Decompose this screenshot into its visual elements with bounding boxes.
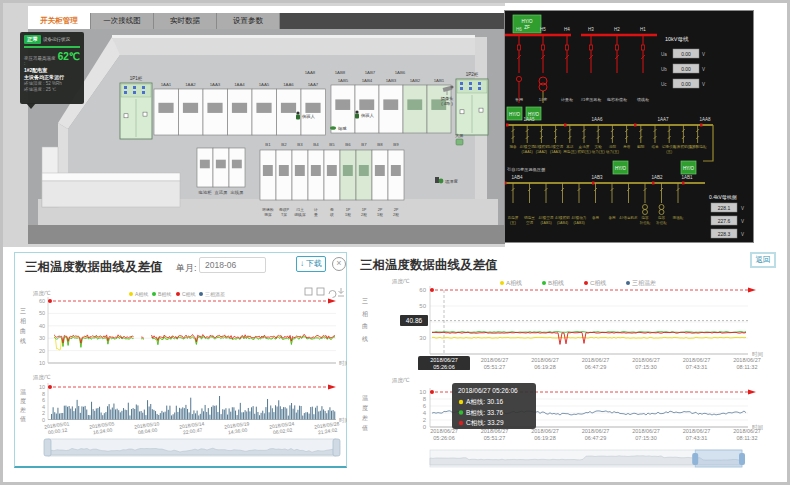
- cabinet[interactable]: [154, 89, 179, 135]
- datazoom-handle-left[interactable]: [44, 439, 51, 456]
- svg-text:228.1: 228.1: [718, 205, 731, 211]
- datazoom-slider[interactable]: [430, 450, 745, 467]
- svg-text:4: 4: [423, 410, 427, 416]
- cabinet[interactable]: [203, 89, 228, 135]
- cabinet[interactable]: [228, 89, 253, 135]
- cabinet[interactable]: [260, 150, 276, 200]
- svg-text:直流屏: 直流屏: [579, 144, 590, 149]
- tab-4[interactable]: 设置参数: [217, 13, 280, 29]
- svg-text:0.00: 0.00: [681, 51, 691, 57]
- svg-text:#1主: #1主: [296, 207, 304, 212]
- svg-text:B9: B9: [393, 142, 399, 147]
- svg-text:1AB5: 1AB5: [338, 78, 349, 83]
- transformer-temp-label: 变压器最高温度 :: [24, 56, 56, 66]
- svg-text:2018/06/27: 2018/06/27: [632, 357, 660, 363]
- svg-text:1AA6: 1AA6: [591, 117, 603, 122]
- svg-text:2018/06/27 05:26:06: 2018/06/27 05:26:06: [458, 387, 518, 394]
- svg-text:V: V: [702, 52, 705, 57]
- svg-text:C相线: 33.29: C相线: 33.29: [466, 419, 504, 427]
- svg-text:温度/℃: 温度/℃: [33, 374, 51, 381]
- svg-text:2P: 2P: [378, 208, 383, 212]
- cabinet[interactable]: [324, 150, 340, 200]
- svg-text:8: 8: [423, 396, 427, 402]
- svg-text:(1AA3): (1AA3): [550, 150, 561, 154]
- svg-text:计: 计: [314, 207, 318, 212]
- svg-text:0.4kV母线侧: 0.4kV母线侧: [709, 194, 737, 201]
- svg-text:2018/06/27: 2018/06/27: [531, 428, 559, 434]
- svg-text:烟感: 烟感: [338, 126, 347, 131]
- svg-text:4#楼动力: 4#楼动力: [572, 215, 587, 220]
- cabinet[interactable]: [356, 150, 372, 200]
- svg-text:进线屏: 进线屏: [294, 212, 306, 217]
- svg-text:2: 2: [42, 410, 45, 416]
- cabinet[interactable]: [252, 89, 277, 135]
- chart-toolbox-icons[interactable]: [305, 288, 344, 298]
- svg-text:1AA3: 1AA3: [210, 82, 221, 87]
- svg-text:抽备: 抽备: [509, 144, 517, 149]
- svg-text:50: 50: [39, 310, 45, 316]
- cabinet[interactable]: [179, 89, 204, 135]
- tab-2[interactable]: 一次接线图: [91, 13, 154, 29]
- svg-text:V: V: [741, 232, 744, 237]
- svg-text:温湿度: 温湿度: [445, 179, 459, 184]
- svg-text:20: 20: [39, 348, 45, 354]
- cabinet[interactable]: [308, 150, 324, 200]
- svg-text:8: 8: [42, 391, 45, 397]
- tab-3[interactable]: 实时数据: [154, 13, 217, 29]
- svg-text:1AA7: 1AA7: [657, 117, 669, 122]
- svg-text:07:43:31: 07:43:31: [686, 364, 707, 370]
- svg-text:V: V: [702, 82, 705, 87]
- datazoom-handle-right[interactable]: [739, 453, 745, 465]
- svg-text:本部: 本部: [566, 144, 574, 149]
- svg-text:07:15:30: 07:15:30: [635, 364, 656, 370]
- cabinet[interactable]: [301, 89, 326, 135]
- svg-text:弱电室: 弱电室: [524, 215, 535, 220]
- transformer-temp-value: 62℃: [58, 51, 80, 62]
- svg-text:H6: H6: [516, 27, 522, 32]
- svg-text:1AB7: 1AB7: [365, 70, 376, 75]
- datazoom-handle-left[interactable]: [692, 453, 698, 465]
- humidity-reading: 环境湿度 : 52 %Rh: [24, 81, 80, 86]
- month-input[interactable]: [199, 257, 266, 273]
- svg-text:ZF: ZF: [524, 25, 530, 30]
- datazoom-handle-right[interactable]: [333, 439, 340, 456]
- svg-text:1AB1: 1AB1: [681, 175, 693, 180]
- svg-text:0.00: 0.00: [681, 81, 691, 87]
- svg-text:2018/06/27: 2018/06/27: [683, 357, 711, 363]
- svg-text:#1变压器柜: #1变压器柜: [581, 97, 601, 102]
- svg-text:B6: B6: [345, 142, 351, 147]
- svg-text:线: 线: [20, 338, 26, 344]
- back-button[interactable]: 返回: [750, 252, 776, 268]
- cabinet[interactable]: [292, 150, 308, 200]
- svg-text:1AA2: 1AA2: [185, 82, 196, 87]
- status-panel: 正常 设备运行状况 变压器最高温度 : 62℃ 1#2配电室 主设备均正常运行 …: [20, 32, 84, 104]
- svg-text:Ub: Ub: [661, 67, 667, 72]
- svg-text:1AB3: 1AB3: [386, 78, 397, 83]
- close-icon[interactable]: ×: [332, 257, 346, 271]
- svg-text:(五): (五): [510, 220, 516, 225]
- svg-text:1AA4: 1AA4: [234, 82, 245, 87]
- power-cabinet[interactable]: [120, 83, 152, 139]
- cabinet[interactable]: [388, 150, 404, 200]
- chart-tooltip: 2018/06/27 05:26:06A相线: 30.16B相线: 33.76C…: [452, 383, 536, 429]
- cabinet[interactable]: [355, 85, 379, 133]
- svg-text:曲: 曲: [362, 323, 368, 330]
- svg-text:30: 30: [419, 335, 426, 341]
- svg-text:HY/O: HY/O: [509, 112, 521, 117]
- cabinet[interactable]: [213, 148, 229, 187]
- cabinet[interactable]: [229, 148, 245, 187]
- svg-text:备用: 备用: [592, 216, 600, 220]
- cabinet[interactable]: [276, 150, 292, 200]
- cabinet[interactable]: [340, 150, 356, 200]
- svg-text:4#楼照明: 4#楼照明: [555, 215, 570, 220]
- cabinet[interactable]: [197, 148, 213, 187]
- cabinet[interactable]: [379, 85, 403, 133]
- download-button[interactable]: ↓ 下载: [296, 256, 326, 272]
- svg-text:电容: 电容: [641, 215, 649, 220]
- tab-1[interactable]: 开关柜管理: [28, 13, 91, 29]
- datazoom-slider[interactable]: [44, 439, 340, 456]
- svg-text:补偿柜: 补偿柜: [640, 220, 651, 225]
- cabinet[interactable]: [372, 150, 388, 200]
- cabinet[interactable]: [403, 85, 427, 133]
- power-cabinet[interactable]: [456, 79, 488, 135]
